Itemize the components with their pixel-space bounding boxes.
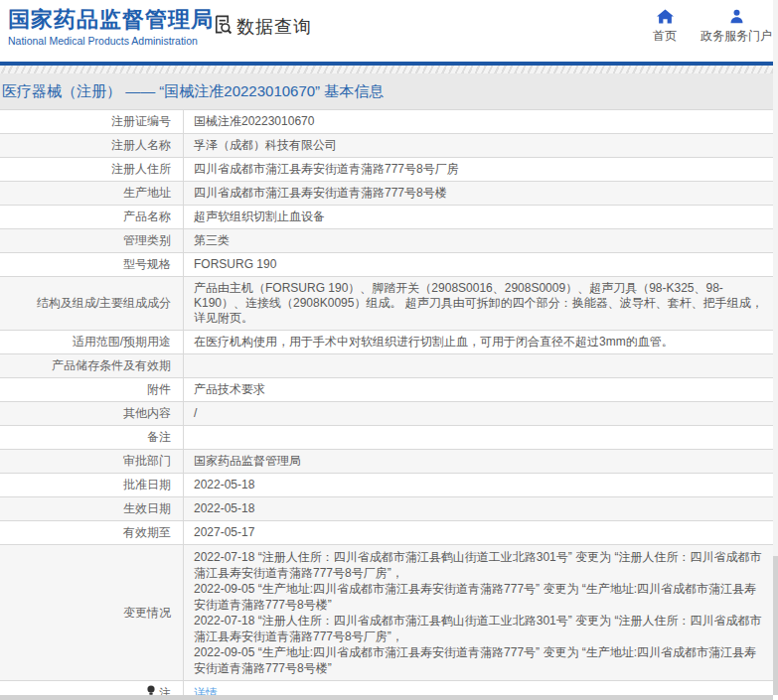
row-value [184,354,778,377]
row-label: 生效日期 [0,497,184,520]
table-row: 审批部门国家药品监督管理局 [0,450,778,474]
header-nav: 首页 政务服务门户 [653,9,772,45]
row-value-text: 2027-05-17 [194,525,768,540]
row-label: 管理类别 [0,229,184,252]
row-label: 变更情况 [0,545,184,680]
table-row: 注册人名称孚泽（成都）科技有限公司 [0,134,778,158]
row-value: 产品技术要求 [184,378,778,401]
data-query-icon [211,13,233,40]
row-value: 2022-05-18 [184,497,778,520]
org-name-en: National Medical Products Administration [8,35,214,47]
row-value: / [184,402,778,425]
row-label: 附件 [0,378,184,401]
change-record-line: 2022-09-05 “生产地址:四川省成都市蒲江县寿安街道青蒲路777号” 变… [194,644,768,676]
user-icon [729,9,744,24]
org-name: 国家药品监督管理局 [8,7,214,33]
row-label-text: 变更情况 [123,606,171,621]
nav-portal-label: 政务服务门户 [700,28,772,45]
row-value: 第三类 [184,229,778,252]
row-label-text: 有效期至 [123,525,171,540]
row-label-text: 附件 [147,382,171,397]
row-value: 2022-05-18 [184,474,778,496]
table-row: 生效日期2022-05-18 [0,497,778,521]
row-value: 四川省成都市蒲江县寿安街道青蒲路777号8号厂房 [184,158,778,181]
row-value-text: 产品技术要求 [194,382,768,397]
row-value-text: 孚泽（成都）科技有限公司 [194,138,768,153]
row-value: 产品由主机（FORSURG 190）、脚踏开关（2908S0016、2908S0… [184,277,778,330]
row-label: 批准日期 [0,474,184,496]
row-label: 型号规格 [0,253,184,276]
table-row: 适用范围/预期用途在医疗机构使用，用于手术中对软组织进行切割止血，可用于闭合直径… [0,331,778,354]
row-value-text: FORSURG 190 [194,257,768,272]
row-value: 2022-07-18 “注册人住所：四川省成都市蒲江县鹤山街道工业北路301号”… [184,545,778,680]
row-label: 结构及组成/主要组成成分 [0,277,184,330]
nmpa-logo[interactable]: 国家药品监督管理局 National Medical Products Admi… [8,7,214,47]
row-value-text: 在医疗机构使用，用于手术中对软组织进行切割止血，可用于闭合直径不超过3mm的血管… [194,335,768,350]
table-row: 备注 [0,426,778,450]
row-value-text: 四川省成都市蒲江县寿安街道青蒲路777号8号楼 [194,186,768,201]
table-row: 变更情况2022-07-18 “注册人住所：四川省成都市蒲江县鹤山街道工业北路3… [0,545,778,681]
row-value: 孚泽（成都）科技有限公司 [184,134,778,157]
table-row: 管理类别第三类 [0,229,778,253]
table-row: 注册证编号国械注准20223010670 [0,110,778,134]
row-label-text: 备注 [147,430,171,445]
row-value-text: 四川省成都市蒲江县寿安街道青蒲路777号8号厂房 [194,162,768,177]
page-header: 国家药品监督管理局 National Medical Products Admi… [0,0,778,62]
row-label: 其他内容 [0,402,184,425]
row-value-text: 产品由主机（FORSURG 190）、脚踏开关（2908S0016、2908S0… [194,281,768,326]
row-label: 注册人住所 [0,158,184,181]
row-label-text: 产品储存条件及有效期 [52,358,171,373]
row-label-text: 注册人住所 [111,162,171,177]
data-query-label: 数据查询 [236,15,312,39]
info-table: 注册证编号国械注准20223010670注册人名称孚泽（成都）科技有限公司注册人… [0,109,778,700]
nav-portal[interactable]: 政务服务门户 [700,9,772,45]
row-label: 适用范围/预期用途 [0,331,184,353]
change-record-line: 2022-07-18 “注册人住所：四川省成都市蒲江县鹤山街道工业北路301号”… [194,549,768,581]
row-label: 备注 [0,426,184,449]
table-row: 型号规格FORSURG 190 [0,253,778,277]
row-label-text: 生效日期 [123,501,171,516]
table-row: 附件产品技术要求 [0,378,778,402]
table-row: 其他内容/ [0,402,778,426]
row-label-text: 注册证编号 [111,114,171,129]
horizontal-scrollbar[interactable] [0,695,773,700]
vertical-scrollbar[interactable] [773,0,778,695]
row-label: 注册证编号 [0,110,184,133]
row-label-text: 适用范围/预期用途 [73,335,171,350]
row-label-text: 管理类别 [123,233,171,248]
table-row: 有效期至2027-05-17 [0,521,778,545]
row-label-text: 结构及组成/主要组成成分 [37,296,171,311]
row-value: FORSURG 190 [184,253,778,276]
row-value-text: 第三类 [194,233,768,248]
row-label: 产品储存条件及有效期 [0,354,184,377]
row-value: 在医疗机构使用，用于手术中对软组织进行切割止血，可用于闭合直径不超过3mm的血管… [184,331,778,353]
row-label-text: 注册人名称 [111,138,171,153]
row-label: 注册人名称 [0,134,184,157]
nav-home-label: 首页 [653,28,677,45]
nav-home[interactable]: 首页 [653,9,677,45]
row-label-text: 生产地址 [123,186,171,201]
row-value: 国械注准20223010670 [184,110,778,133]
row-label: 审批部门 [0,450,184,473]
table-row: 产品名称超声软组织切割止血设备 [0,206,778,229]
row-value-text: 超声软组织切割止血设备 [194,210,768,224]
change-record-line: 2022-09-05 “生产地址:四川省成都市蒲江县寿安街道青蒲路777号” 变… [194,581,768,613]
vertical-scrollbar-thumb[interactable] [773,556,778,695]
row-label-text: 其他内容 [123,406,171,421]
row-label-text: 型号规格 [123,257,171,272]
row-label: 有效期至 [0,521,184,544]
row-label-text: 审批部门 [123,454,171,469]
table-row: 产品储存条件及有效期 [0,354,778,378]
row-label-text: 批准日期 [123,478,171,492]
row-value-text: / [194,406,768,421]
home-icon [657,9,674,24]
row-value: 四川省成都市蒲江县寿安街道青蒲路777号8号楼 [184,182,778,205]
row-value [184,426,778,449]
row-label-text: 产品名称 [123,210,171,224]
row-value: 2027-05-17 [184,521,778,544]
row-value: 超声软组织切割止血设备 [184,206,778,228]
table-row: 批准日期2022-05-18 [0,474,778,497]
table-row: 生产地址四川省成都市蒲江县寿安街道青蒲路777号8号楼 [0,182,778,206]
row-value-text: 国家药品监督管理局 [194,454,768,469]
data-query-title: 数据查询 [211,13,312,40]
